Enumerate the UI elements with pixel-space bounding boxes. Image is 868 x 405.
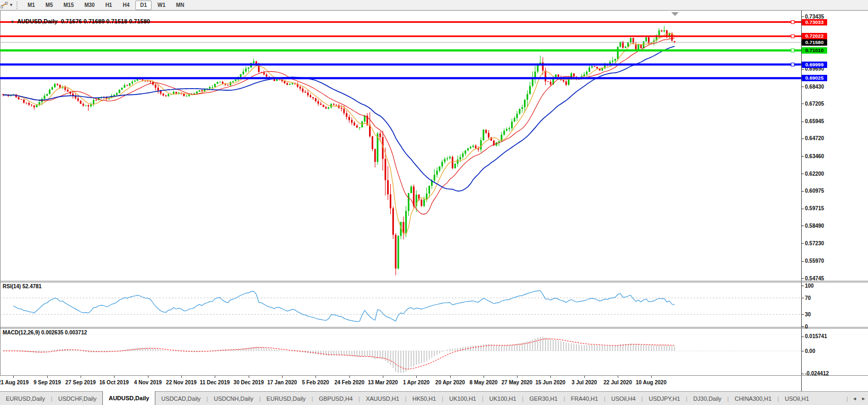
price-tick-label: 0.65945 bbox=[805, 118, 824, 124]
groove-main-rsi-b bbox=[0, 282, 868, 282]
hline-price-tag[interactable]: 0.69999 bbox=[802, 62, 827, 68]
date-tick-mark bbox=[249, 376, 249, 378]
macd-tick-mark bbox=[801, 374, 804, 374]
groove-rsi-macd-a bbox=[0, 327, 868, 328]
timeframe-button-h1[interactable]: H1 bbox=[101, 1, 117, 10]
hline-price-tag[interactable]: 0.73033 bbox=[802, 19, 827, 25]
date-tick-mark bbox=[81, 376, 81, 378]
rsi-scale-label: 100 bbox=[805, 283, 814, 289]
price-tick-mark bbox=[801, 209, 804, 209]
rsi-tick-mark bbox=[801, 286, 804, 286]
price-tick-mark bbox=[801, 261, 804, 262]
symbol-tab-china300-h1[interactable]: CHINA300,H1 bbox=[729, 392, 777, 405]
symbol-tab-fra40-h1[interactable]: FRA40,H1 bbox=[565, 392, 604, 405]
symbol-tab-usdjpy-h1[interactable]: USDJPY,H1 bbox=[643, 392, 686, 405]
symbol-tab-usoil-h1[interactable]: USOil,H1 bbox=[779, 392, 815, 405]
timeframe-button-mn[interactable]: MN bbox=[171, 1, 189, 10]
tab-separator: | bbox=[846, 395, 848, 402]
dropdown-caret-icon[interactable]: ▼ bbox=[9, 3, 13, 7]
indicators-icon[interactable] bbox=[1, 2, 8, 8]
symbol-tab-ger30-h1[interactable]: GER30,H1 bbox=[523, 392, 563, 405]
macd-canvas[interactable] bbox=[0, 329, 801, 375]
symbol-tab-xauusd-h1[interactable]: XAUUSD,H1 bbox=[360, 392, 405, 405]
symbol-tab-usdchf-daily[interactable]: USDCHF,Daily bbox=[52, 392, 102, 405]
price-tick-label: 0.55970 bbox=[805, 258, 824, 264]
rsi-tick-mark bbox=[801, 326, 804, 327]
timeframe-button-h4[interactable]: H4 bbox=[118, 1, 134, 10]
frame-top bbox=[0, 10, 868, 11]
date-tick-mark bbox=[618, 376, 618, 378]
hline-price-tag[interactable]: 0.71010 bbox=[802, 47, 827, 54]
price-tick-label: 0.64720 bbox=[805, 135, 824, 141]
macd-scale-label: 0.015741 bbox=[805, 333, 827, 339]
timeframe-button-m15[interactable]: M15 bbox=[59, 1, 78, 10]
timeframe-button-m30[interactable]: M30 bbox=[80, 1, 99, 10]
symbol-tab-eurusd-daily[interactable]: EURUSD,Daily bbox=[261, 392, 312, 405]
timeframe-button-m5[interactable]: M5 bbox=[41, 1, 58, 10]
date-tick-mark bbox=[13, 376, 14, 378]
toolbar: ▼ M1M5M15M30H1H4D1W1MN bbox=[0, 0, 868, 11]
timeframe-button-m1[interactable]: M1 bbox=[23, 1, 40, 10]
date-tick-mark bbox=[416, 376, 417, 378]
date-tick-mark bbox=[517, 376, 518, 378]
tab-scroll-left-icon[interactable]: ◄ bbox=[852, 396, 857, 401]
symbol-tab-uk100-h1[interactable]: UK100,H1 bbox=[484, 392, 522, 405]
symbol-tab-usoil-h4[interactable]: USOil,H4 bbox=[606, 392, 642, 405]
price-tick-mark bbox=[801, 139, 804, 139]
date-tick-mark bbox=[148, 376, 148, 378]
toolbar-grip[interactable] bbox=[16, 2, 20, 9]
scroll-to-end-marker[interactable] bbox=[671, 12, 679, 16]
date-axis[interactable]: 21 Aug 20199 Sep 201927 Sep 201916 Oct 2… bbox=[0, 376, 801, 391]
price-tick-mark bbox=[801, 278, 804, 279]
timeframe-button-w1[interactable]: W1 bbox=[153, 1, 170, 10]
price-tick-label: 0.59715 bbox=[805, 205, 824, 211]
symbol-tab-dj30-daily[interactable]: DJ30,Daily bbox=[687, 392, 727, 405]
symbol-tab-gbpusd-h4[interactable]: GBPUSD,H4 bbox=[313, 392, 358, 405]
hline-price-tag[interactable]: 0.69025 bbox=[802, 75, 827, 81]
date-tick-mark bbox=[114, 376, 115, 378]
timeframe-button-d1[interactable]: D1 bbox=[135, 1, 152, 10]
macd-label: MACD(12,26,9) 0.002635 0.003712 bbox=[3, 330, 87, 335]
hline-price-tag[interactable]: 0.72022 bbox=[802, 33, 827, 39]
main-chart-canvas[interactable] bbox=[0, 10, 801, 281]
macd-scale-label: 0.00 bbox=[805, 348, 815, 354]
date-label: 11 Dec 2019 bbox=[200, 380, 230, 385]
price-tick-mark bbox=[801, 104, 804, 104]
symbol-tab-usdcad-daily[interactable]: USDCAD,Daily bbox=[155, 392, 206, 405]
date-label: 9 Sep 2019 bbox=[33, 380, 61, 385]
groove-rsi-macd-b bbox=[0, 328, 868, 329]
price-tick-mark bbox=[801, 122, 804, 122]
current-price-tag: 0.71580 bbox=[802, 39, 827, 46]
date-label: 4 Nov 2019 bbox=[134, 380, 162, 385]
symbol-tab-uk100-h1[interactable]: UK100,H1 bbox=[443, 392, 482, 405]
rsi-scale-label: 0 bbox=[805, 324, 808, 330]
symbol-tab-usdcnh-daily[interactable]: USDCNH,Daily bbox=[208, 392, 259, 405]
macd-tick-mark bbox=[801, 337, 804, 337]
price-tick-label: 0.60975 bbox=[805, 188, 824, 194]
rsi-canvas[interactable] bbox=[0, 282, 801, 327]
symbol-tab-hk50-h1[interactable]: HK50,H1 bbox=[407, 392, 442, 405]
price-tick-mark bbox=[801, 191, 804, 192]
chart-menu-caret-icon[interactable]: ▼ bbox=[10, 20, 14, 24]
date-tick-mark bbox=[282, 376, 283, 378]
macd-value: 0.002635 0.003712 bbox=[41, 330, 87, 335]
symbol-tab-audusd-daily[interactable]: AUDUSD,Daily bbox=[102, 391, 155, 405]
date-label: 22 Nov 2019 bbox=[166, 380, 197, 385]
date-label: 13 Mar 2020 bbox=[368, 380, 398, 385]
tab-scroll-right-icon[interactable]: ► bbox=[861, 396, 866, 401]
date-label: 1 Apr 2020 bbox=[403, 380, 429, 385]
date-label: 22 Jul 2020 bbox=[603, 380, 632, 385]
price-tick-mark bbox=[801, 243, 804, 244]
rsi-scale-label: 70 bbox=[805, 295, 811, 301]
rsi-scale-label: 30 bbox=[805, 312, 811, 317]
price-tick-label: 0.54745 bbox=[805, 275, 824, 281]
macd-scale-label: -0.024412 bbox=[805, 370, 829, 376]
price-tick-label: 0.68430 bbox=[805, 84, 824, 90]
chart-title: ▼AUDUSD,Daily 0.71676 0.71689 0.71518 0.… bbox=[4, 12, 150, 31]
timeframe-toolbar: M1M5M15M30H1H4D1W1MN bbox=[23, 1, 190, 10]
symbol-tab-eurusd-daily[interactable]: EURUSD,Daily bbox=[0, 392, 51, 405]
price-tick-mark bbox=[801, 226, 804, 226]
date-label: 8 May 2020 bbox=[470, 380, 498, 385]
date-tick-mark bbox=[349, 376, 350, 378]
price-tick-label: 0.57230 bbox=[805, 240, 824, 246]
